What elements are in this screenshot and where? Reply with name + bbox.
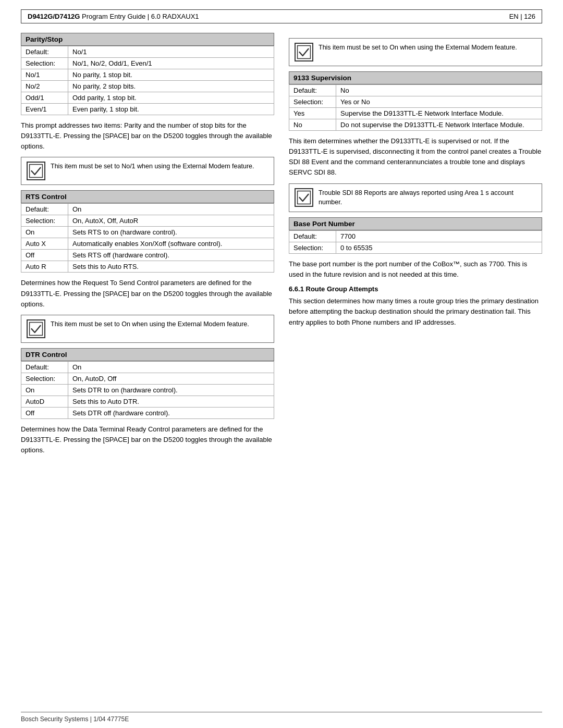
table-cell-label: Default: — [21, 361, 68, 373]
supervision-table: Default:NoSelection:Yes or NoYesSupervis… — [289, 84, 542, 131]
table-cell-label: No/2 — [21, 81, 68, 92]
right-column: This item must be set to On when using t… — [289, 33, 542, 702]
table-row: Auto RSets this to Auto RTS. — [21, 261, 274, 273]
table-cell-value: 0 to 65535 — [336, 242, 542, 254]
table-cell-label: Default: — [21, 204, 68, 215]
table-row: Default:No/1 — [21, 46, 274, 58]
table-row: Even/1Even parity, 1 stop bit. — [21, 104, 274, 115]
dtr-control-para: Determines how the Data Terminal Ready C… — [21, 424, 274, 455]
table-row: OnSets RTS to on (hardware control). — [21, 227, 274, 238]
table-cell-value: No parity, 1 stop bit. — [68, 69, 274, 81]
table-cell-value: On, AutoX, Off, AutoR — [68, 215, 274, 227]
rts-control-note: This item must be set to On when using t… — [21, 315, 274, 343]
base-port-para: The base port number is the port number … — [289, 259, 542, 280]
page-footer: Bosch Security Systems | 1/04 47775E — [21, 712, 542, 723]
table-cell-label: Default: — [289, 85, 336, 96]
table-cell-label: Auto X — [21, 238, 68, 250]
table-cell-label: No — [289, 119, 336, 131]
table-row: Default:7700 — [289, 231, 542, 242]
table-cell-label: Off — [21, 250, 68, 261]
base-port-header: Base Port Number — [289, 217, 542, 230]
top-note-box: This item must be set to On when using t… — [289, 38, 542, 66]
header-subtitle: Program Entry Guide | 6.0 RADXAUX1 — [80, 13, 199, 20]
table-cell-label: Default: — [289, 231, 336, 242]
table-cell-label: Odd/1 — [21, 92, 68, 104]
table-cell-label: Selection: — [21, 215, 68, 227]
table-cell-value: Sets DTR off (hardware control). — [68, 407, 274, 418]
supervision-para: This item determines whether the D9133TT… — [289, 136, 542, 178]
table-cell-label: Off — [21, 407, 68, 418]
route-group-section: 6.6.1 Route Group Attempts This section … — [289, 285, 542, 327]
table-cell-label: Selection: — [289, 242, 336, 254]
checkmark-icon-4 — [295, 188, 313, 207]
supervision-header: 9133 Supervision — [289, 71, 542, 84]
table-cell-label: Default: — [21, 46, 68, 58]
route-group-heading: 6.6.1 Route Group Attempts — [289, 285, 542, 293]
base-port-section: Base Port Number Default:7700Selection:0… — [289, 217, 542, 280]
table-cell-value: On — [68, 361, 274, 373]
table-cell-label: On — [21, 227, 68, 238]
table-row: Selection:0 to 65535 — [289, 242, 542, 254]
table-row: YesSupervise the D9133TTL-E Network Inte… — [289, 108, 542, 119]
parity-stop-para: This prompt addresses two items: Parity … — [21, 120, 274, 152]
header-right: EN | 126 — [509, 13, 535, 20]
table-row: No/1No parity, 1 stop bit. — [21, 69, 274, 81]
table-cell-value: Supervise the D9133TTL-E Network Interfa… — [336, 108, 542, 119]
table-cell-value: Sets this to Auto DTR. — [68, 396, 274, 407]
table-row: Selection:On, AutoX, Off, AutoR — [21, 215, 274, 227]
table-cell-value: No/1 — [68, 46, 274, 58]
table-cell-value: Yes or No — [336, 96, 542, 108]
checkmark-icon-3 — [295, 43, 313, 61]
table-row: AutoDSets this to Auto DTR. — [21, 396, 274, 407]
dtr-control-section: DTR Control Default:OnSelection:On, Auto… — [21, 348, 274, 455]
table-cell-label: Selection: — [21, 373, 68, 384]
checkmark-icon — [27, 162, 45, 180]
table-cell-value: Sets RTS to on (hardware control). — [68, 227, 274, 238]
table-cell-value: Even parity, 1 stop bit. — [68, 104, 274, 115]
table-row: Selection:On, AutoD, Off — [21, 373, 274, 384]
supervision-note-text: Trouble SDI 88 Reports are always report… — [319, 188, 536, 208]
table-row: Odd/1Odd parity, 1 stop bit. — [21, 92, 274, 104]
rts-control-section: RTS Control Default:OnSelection:On, Auto… — [21, 190, 274, 342]
table-row: Selection:No/1, No/2, Odd/1, Even/1 — [21, 58, 274, 69]
table-cell-value: Sets DTR to on (hardware control). — [68, 384, 274, 396]
footer-text: Bosch Security Systems | 1/04 47775E — [21, 715, 129, 723]
table-cell-value: Automatically enables Xon/Xoff (software… — [68, 238, 274, 250]
table-cell-label: Selection: — [289, 96, 336, 108]
dtr-control-table: Default:OnSelection:On, AutoD, OffOnSets… — [21, 361, 274, 419]
table-row: Default:On — [21, 204, 274, 215]
base-port-table: Default:7700Selection:0 to 65535 — [289, 230, 542, 254]
table-row: NoDo not supervise the D9133TTL-E Networ… — [289, 119, 542, 131]
table-row: OnSets DTR to on (hardware control). — [21, 384, 274, 396]
table-cell-value: Sets this to Auto RTS. — [68, 261, 274, 273]
rts-control-note-text: This item must be set to On when using t… — [51, 319, 249, 329]
table-row: Default:No — [289, 85, 542, 96]
left-column: Parity/Stop Default:No/1Selection:No/1, … — [21, 33, 274, 702]
table-cell-value: No/1, No/2, Odd/1, Even/1 — [68, 58, 274, 69]
table-row: OffSets DTR off (hardware control). — [21, 407, 274, 418]
table-cell-value: Do not supervise the D9133TTL-E Network … — [336, 119, 542, 131]
table-row: Auto XAutomatically enables Xon/Xoff (so… — [21, 238, 274, 250]
rts-control-header: RTS Control — [21, 190, 274, 203]
supervision-section: 9133 Supervision Default:NoSelection:Yes… — [289, 71, 542, 212]
page-header: D9412G/D7412G Program Entry Guide | 6.0 … — [21, 9, 542, 23]
table-cell-label: Even/1 — [21, 104, 68, 115]
header-left: D9412G/D7412G Program Entry Guide | 6.0 … — [28, 13, 199, 20]
parity-stop-table: Default:No/1Selection:No/1, No/2, Odd/1,… — [21, 46, 274, 115]
parity-stop-note: This item must be set to No/1 when using… — [21, 157, 274, 185]
table-cell-value: Odd parity, 1 stop bit. — [68, 92, 274, 104]
table-row: No/2No parity, 2 stop bits. — [21, 81, 274, 92]
table-row: OffSets RTS off (hardware control). — [21, 250, 274, 261]
supervision-note: Trouble SDI 88 Reports are always report… — [289, 183, 542, 213]
page: D9412G/D7412G Program Entry Guide | 6.0 … — [0, 0, 563, 728]
table-cell-label: Auto R — [21, 261, 68, 273]
table-cell-label: Selection: — [21, 58, 68, 69]
table-row: Default:On — [21, 361, 274, 373]
table-cell-value: 7700 — [336, 231, 542, 242]
table-row: Selection:Yes or No — [289, 96, 542, 108]
table-cell-label: Yes — [289, 108, 336, 119]
top-note-text: This item must be set to On when using t… — [319, 43, 517, 53]
dtr-control-header: DTR Control — [21, 348, 274, 361]
parity-stop-note-text: This item must be set to No/1 when using… — [51, 162, 254, 171]
rts-control-table: Default:OnSelection:On, AutoX, Off, Auto… — [21, 203, 274, 273]
